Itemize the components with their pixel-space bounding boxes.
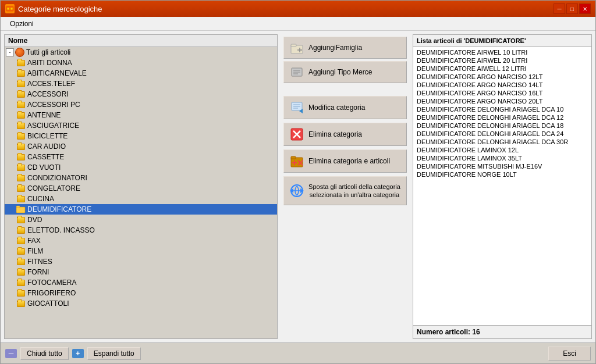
item-label: ELETTOD. INCASSO [27,226,95,234]
svg-point-1 [7,8,9,10]
item-label: BICICLETTE [27,132,68,140]
tree-item[interactable]: CUCINA [5,194,277,204]
tree-item[interactable]: DVD [5,215,277,225]
tree-item[interactable]: CAR AUDIO [5,141,277,152]
svg-rect-3 [16,207,25,213]
tree-item[interactable]: CONDIZIONATORI [5,173,277,183]
add-type-icon [290,65,304,79]
tree-item[interactable]: CASSETTE [5,152,277,162]
folder-icon [16,247,26,256]
folder-icon [16,226,26,235]
move-button[interactable]: Sposta gli articoli della categoria sele… [283,176,407,205]
menu-bar: Opzioni [1,17,595,31]
root-expand-icon[interactable]: - [6,48,14,56]
expand-label: Espandi tutto [94,349,134,358]
item-label: DVD [27,216,42,224]
svg-point-2 [10,8,13,10]
folder-icon [16,267,26,277]
root-label: Tutti gli articoli [26,48,70,56]
item-label: ACCESSORI [27,90,69,98]
modify-button[interactable]: Modifica categoria [283,96,407,119]
article-item: DEUMIDIFICATORE DELONGHI ARIAGEL DCA 18 [416,122,589,130]
article-item: DEUMIDIFICATORE DELONGHI ARIAGEL DCA 30R [416,138,589,146]
folder-icon [16,58,26,67]
add-buttons-group: AggiungiFamiglia Aggiungi Tipo Merce [283,37,407,83]
tree-item[interactable]: CD VUOTI [5,162,277,173]
tree-item[interactable]: FOTOCAMERA [5,277,277,288]
article-item: DEUMIDIFICATORE MITSUBISHI MJ-E16V [416,162,589,170]
article-item: DEUMIDIFICATORE ARGO NARCISO 14LT [416,81,589,89]
tree-item[interactable]: CONGELATORE [5,183,277,194]
tree-item[interactable]: ASCIUGATRICE [5,120,277,131]
tree-item[interactable]: ACCES.TELEF [5,78,277,89]
tree-item[interactable]: ANTENNE [5,110,277,120]
move-label: Sposta gli articoli della categoria sele… [308,183,400,199]
folder-icon [16,110,26,120]
delete-icon [290,127,304,141]
tree-root-item[interactable]: - Tutti gli articoli [5,47,277,58]
move-icon [290,184,304,198]
folder-icon [16,131,26,141]
article-count: Numero articoli: 16 [413,325,591,338]
add-family-label: AggiungiFamiglia [308,44,362,52]
folder-icon [16,121,26,130]
item-label: ANTENNE [27,111,61,119]
folder-icon [16,152,26,162]
item-label: CUCINA [27,195,54,203]
item-label: FAX [27,237,41,245]
article-item: DEUMIDIFICATORE DELONGHI ARIAGEL DCA 12 [416,113,589,122]
svg-rect-6 [291,44,296,47]
menu-opzioni[interactable]: Opzioni [5,19,38,29]
tree-item[interactable]: FILM [5,246,277,256]
folder-icon [16,173,26,183]
folder-icon [16,257,26,266]
article-item: DEUMIDIFICATORE ARGO NARCISO 12LT [416,73,589,81]
tree-item[interactable]: ELETTOD. INCASSO [5,225,277,235]
collapse-label: Chiudi tutto [27,349,62,358]
tree-item[interactable]: ABITI DONNA [5,58,277,68]
collapse-button[interactable]: Chiudi tutto [20,347,69,360]
tree-item[interactable]: GIOCATTOLI [5,298,277,309]
article-item: DEUMIDIFICATORE ARGO NARCISO 20LT [416,97,589,105]
item-label: ASCIUGATRICE [27,122,79,130]
item-label: FILM [27,247,43,255]
tree-area[interactable]: - Tutti gli articoli ABITI DONNA [5,47,277,338]
article-item: DEUMIDIFICATORE AIRWEL 10 LITRI [416,48,589,56]
tree-item[interactable]: FRIGORIFERO [5,288,277,298]
left-panel: Nome - Tutti gli articoli ABITI DONNA [4,34,278,339]
tree-item[interactable]: ABITICARNEVALE [5,68,277,78]
add-family-button[interactable]: AggiungiFamiglia [283,37,407,59]
article-item: DEUMIDIFICATORE LAMINOX 12L [416,146,589,154]
item-label: CONDIZIONATORI [27,174,87,182]
item-label: ACCES.TELEF [27,80,75,88]
tree-item[interactable]: FAX [5,235,277,246]
folder-icon [16,184,26,193]
delete-articles-button[interactable]: Elimina categoria e articoli [283,149,407,173]
tree-item[interactable]: FORNI [5,267,277,277]
title-bar: Categorie merceologiche ─ □ ✕ [1,1,595,17]
tree-item[interactable]: ACCESSORI PC [5,99,277,110]
collapse-icon: ─ [5,349,17,358]
tree-selected-item[interactable]: DEUMIDIFICATORE [5,204,277,215]
column-name-label: Nome [8,37,27,45]
close-button[interactable]: ✕ [579,3,591,14]
minimize-button[interactable]: ─ [554,3,565,14]
add-type-button[interactable]: Aggiungi Tipo Merce [283,61,407,83]
exit-button[interactable]: Esci [548,347,591,361]
app-icon [5,4,15,13]
folder-icon [16,299,26,308]
middle-panel: AggiungiFamiglia Aggiungi Tipo Merce [281,34,409,339]
maximize-button[interactable]: □ [566,3,578,14]
item-label: CAR AUDIO [27,142,66,151]
article-item: DEUMIDIFICATORE AIRWEL 20 LITRI [416,56,589,65]
folder-icon [16,90,26,99]
tree-item[interactable]: FITNES [5,256,277,267]
tree-item[interactable]: BICICLETTE [5,131,277,141]
right-panel: Lista articoli di 'DEUMIDIFICATORE' DEUM… [413,34,592,339]
modify-label: Modifica categoria [308,104,365,112]
delete-button[interactable]: Elimina categoria [283,123,407,146]
item-label: ABITI DONNA [27,59,72,67]
tree-item[interactable]: ACCESSORI [5,89,277,99]
window-controls: ─ □ ✕ [554,3,591,14]
expand-button[interactable]: Espandi tutto [87,347,141,360]
